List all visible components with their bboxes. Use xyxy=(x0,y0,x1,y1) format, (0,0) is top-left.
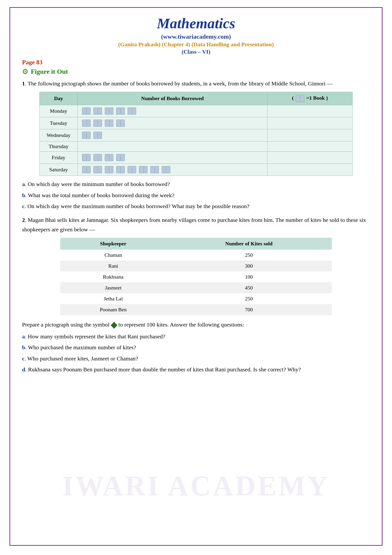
subtitle-chapter: (Ganita Prakash) (Chapter 4) (Data Handl… xyxy=(22,41,370,48)
pictograph-day-cell: Saturday xyxy=(40,164,78,176)
book-icon xyxy=(116,120,125,127)
kites-shopkeeper-cell: Jetha Lal xyxy=(60,293,166,304)
kites-shopkeeper-cell: Rukhsana xyxy=(60,271,166,282)
kites-col2-header: Number of Kites sold xyxy=(166,238,332,250)
q2-sub-c: c. Who purchased more kites, Jasmeet or … xyxy=(22,354,370,363)
section-header: ⚙ Figure it Out xyxy=(22,67,370,76)
prepare-text: Prepare a pictograph using the symbol to… xyxy=(22,320,370,329)
pictograph-empty-cell xyxy=(267,152,352,164)
kites-number-cell: 700 xyxy=(166,304,332,315)
book-icon xyxy=(93,132,102,139)
section-title: Figure it Out xyxy=(31,68,68,75)
pictograph-col2-header: Number of Books Borrowed xyxy=(78,92,268,105)
kites-table: Shopkeeper Number of Kites sold Chaman25… xyxy=(60,238,332,315)
pictograph-day-cell: Friday xyxy=(40,152,78,164)
q1-number: 1 xyxy=(22,80,25,87)
pictograph-empty-cell xyxy=(267,105,352,117)
q2-sub-b: b. Who purchased the maximum number of k… xyxy=(22,343,370,352)
legend-book-icon xyxy=(296,95,304,102)
pictograph-day-cell: Thursday xyxy=(40,141,78,152)
book-icon xyxy=(105,154,113,161)
subtitle-class: (Class – VI) xyxy=(22,49,370,55)
book-icon xyxy=(93,154,102,161)
pictograph-legend: ( =1 Book ) xyxy=(267,92,352,105)
kites-shopkeeper-cell: Rani xyxy=(60,261,166,271)
kites-col1-header: Shopkeeper xyxy=(60,238,166,250)
q1-sub-c: c. On which day were the maximum number … xyxy=(22,202,370,211)
kites-shopkeeper-cell: Poonam Ben xyxy=(60,304,166,315)
book-icon xyxy=(105,108,113,115)
page-border: Mathematics (www.tiwariacademy.com) (Gan… xyxy=(9,7,383,546)
kites-number-cell: 250 xyxy=(166,293,332,304)
book-icon xyxy=(128,108,136,115)
book-icon xyxy=(82,166,91,173)
gear-icon: ⚙ xyxy=(22,67,29,76)
pictograph-empty-cell xyxy=(267,117,352,129)
book-icon xyxy=(93,166,102,173)
pictograph-col1-header: Day xyxy=(40,92,78,105)
book-icon xyxy=(93,120,102,127)
book-icon xyxy=(162,166,170,173)
book-icon xyxy=(139,166,148,173)
book-icon xyxy=(82,132,91,139)
pictograph-books-cell xyxy=(78,117,268,129)
kites-shopkeeper-cell: Chaman xyxy=(60,250,166,261)
book-icon xyxy=(105,120,113,127)
pictograph-books-cell xyxy=(78,152,268,164)
pictograph-day-cell: Tuesday xyxy=(40,117,78,129)
kites-number-cell: 250 xyxy=(166,250,332,261)
pictograph-empty-cell xyxy=(267,129,352,141)
book-icon xyxy=(116,108,125,115)
q2-sub-a: a. How many symbols represent the kites … xyxy=(22,332,370,341)
kites-table-container: Shopkeeper Number of Kites sold Chaman25… xyxy=(60,238,332,315)
question2-text: 2. Magan Bhai sells kites at Jamnagar. S… xyxy=(22,215,370,235)
page-title: Mathematics xyxy=(22,15,370,32)
book-icon xyxy=(150,166,159,173)
q1-sub-a: a. On which day were the minimum number … xyxy=(22,180,370,189)
pictograph-day-cell: Wednesday xyxy=(40,129,78,141)
book-icon xyxy=(105,166,113,173)
page-label: Page 83 xyxy=(22,59,370,66)
q1-sub-b: b. What was the total number of books bo… xyxy=(22,191,370,200)
pictograph-books-cell xyxy=(78,164,268,176)
pictograph-empty-cell xyxy=(267,141,352,152)
pictograph-day-cell: Monday xyxy=(40,105,78,117)
book-icon xyxy=(82,120,91,127)
book-icon xyxy=(93,108,102,115)
kites-number-cell: 100 xyxy=(166,271,332,282)
subtitle-url: (www.tiwariacademy.com) xyxy=(22,33,370,40)
watermark: IWARI ACADEMY xyxy=(62,470,330,502)
kites-number-cell: 450 xyxy=(166,282,332,293)
kites-shopkeeper-cell: Jasmeet xyxy=(60,282,166,293)
pictograph-empty-cell xyxy=(267,164,352,176)
pictograph-table: Day Number of Books Borrowed ( =1 Book )… xyxy=(39,92,352,176)
pictograph-books-cell xyxy=(78,129,268,141)
question1-text: 1. The following pictograph shows the nu… xyxy=(22,79,370,88)
q2-number: 2 xyxy=(22,217,25,223)
book-icon xyxy=(116,166,125,173)
diamond-icon xyxy=(111,322,117,329)
kites-number-cell: 300 xyxy=(166,261,332,271)
book-icon xyxy=(82,154,91,161)
pictograph-books-cell xyxy=(78,141,268,152)
book-icon xyxy=(128,166,136,173)
book-icon xyxy=(82,108,91,115)
q2-sub-d: d. Rukhsana says Poonam Ben purchased mo… xyxy=(22,365,370,374)
book-icon xyxy=(116,154,125,161)
pictograph-books-cell xyxy=(78,105,268,117)
pictograph-container: Day Number of Books Borrowed ( =1 Book )… xyxy=(39,92,352,176)
